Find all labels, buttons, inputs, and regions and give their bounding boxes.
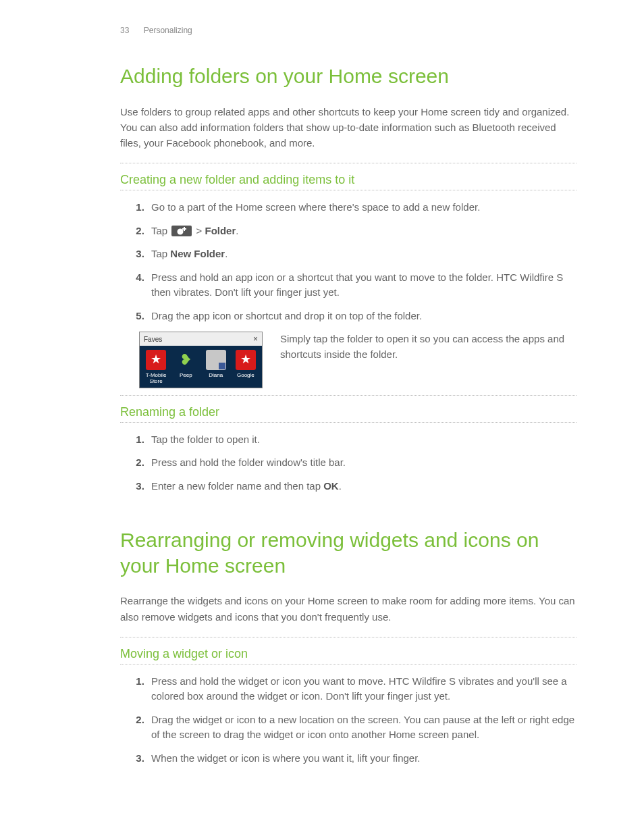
step-2-text: Tap xyxy=(151,225,170,236)
subheading-creating-folder: Creating a new folder and adding items t… xyxy=(120,173,576,190)
subheading-renaming-folder: Renaming a folder xyxy=(120,405,576,423)
contact-photo-icon xyxy=(206,350,226,370)
svg-rect-2 xyxy=(182,228,186,230)
step-4: Press and hold an app icon or a shortcut… xyxy=(147,270,576,301)
steps-creating-folder: Go to a part of the Home screen where th… xyxy=(120,200,576,323)
manual-page: 33 Personalizing Adding folders on your … xyxy=(0,0,644,834)
folder-item: ❥ Peep xyxy=(171,350,200,385)
folder-title: Faves xyxy=(144,336,162,343)
subheading-moving-widget: Moving a widget or icon xyxy=(120,647,576,664)
divider xyxy=(120,163,576,163)
folder-body: ★ T-Mobile Store ❥ Peep Diana ★ Google xyxy=(140,346,262,388)
step-3: Tap New Folder. xyxy=(147,246,576,262)
step-1: Press and hold the widget or icon you wa… xyxy=(147,674,576,704)
step-2-gt: > xyxy=(193,225,205,236)
step-2: Press and hold the folder window's title… xyxy=(147,455,576,471)
intro-paragraph: Use folders to group related apps and ot… xyxy=(120,104,576,151)
figure-caption: Simply tap the folder to open it so you … xyxy=(280,332,576,362)
star-icon: ★ xyxy=(236,350,256,370)
step-3: Enter a new folder name and then tap OK. xyxy=(147,479,576,494)
folder-item: ★ Google xyxy=(231,350,261,385)
step-3: When the widget or icon is where you wan… xyxy=(147,751,576,766)
step-3-text: Enter a new folder name and then tap xyxy=(151,480,323,492)
folder-item: Diana xyxy=(201,350,231,385)
step-3-ok: OK xyxy=(323,480,339,492)
step-2-dot: . xyxy=(236,225,238,236)
folder-screenshot: Faves × ★ T-Mobile Store ❥ Peep Diana ★ xyxy=(139,332,263,388)
close-icon: × xyxy=(253,334,258,344)
step-5: Drag the app icon or shortcut and drop i… xyxy=(147,309,576,324)
add-home-icon xyxy=(171,226,192,236)
step-1: Go to a part of the Home screen where th… xyxy=(147,200,576,215)
section-name: Personalizing xyxy=(144,26,192,35)
page-number: 33 xyxy=(120,26,129,35)
star-icon: ★ xyxy=(146,350,166,370)
step-2: Drag the widget or icon to a new locatio… xyxy=(147,712,576,743)
step-2: Tap > Folder. xyxy=(147,224,576,239)
bird-icon: ❥ xyxy=(176,350,196,370)
figure-row: Faves × ★ T-Mobile Store ❥ Peep Diana ★ xyxy=(139,332,576,388)
heading-adding-folders: Adding folders on your Home screen xyxy=(120,63,576,89)
step-2-folder: Folder xyxy=(205,225,236,236)
folder-item-label: Peep xyxy=(180,373,192,379)
running-header: 33 Personalizing xyxy=(120,26,576,35)
step-3-new-folder: New Folder xyxy=(170,248,225,259)
heading-rearranging: Rearranging or removing widgets and icon… xyxy=(120,527,576,578)
step-3-text: Tap xyxy=(151,248,170,259)
divider xyxy=(120,637,576,637)
step-3-dot: . xyxy=(225,248,227,259)
divider xyxy=(120,395,576,396)
intro-paragraph-b: Rearrange the widgets and icons on your … xyxy=(120,593,576,625)
steps-moving-widget: Press and hold the widget or icon you wa… xyxy=(120,674,576,766)
folder-item-label: Google xyxy=(237,373,254,379)
folder-item: ★ T-Mobile Store xyxy=(141,350,171,385)
folder-item-label: T-Mobile Store xyxy=(141,373,171,385)
steps-renaming-folder: Tap the folder to open it. Press and hol… xyxy=(120,432,576,494)
folder-item-label: Diana xyxy=(209,373,223,379)
step-3-dot: . xyxy=(339,480,342,492)
folder-titlebar: Faves × xyxy=(140,332,262,346)
step-1: Tap the folder to open it. xyxy=(147,432,576,448)
